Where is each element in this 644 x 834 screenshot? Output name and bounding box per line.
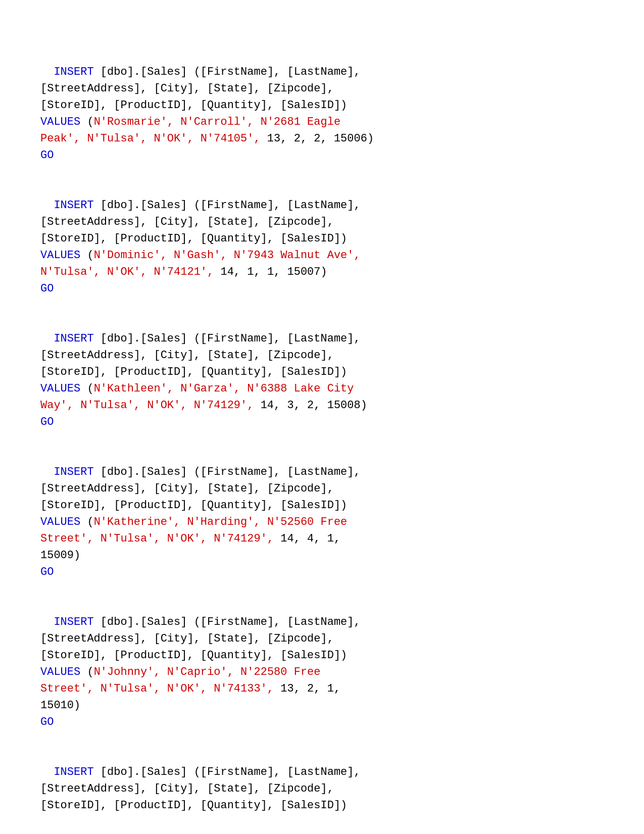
insert-kw-6: INSERT — [54, 766, 93, 778]
go-2: GO — [40, 280, 604, 297]
values-kw-3: VALUES — [40, 382, 80, 395]
insert-kw-3: INSERT — [54, 332, 93, 345]
stmt-2: INSERT [dbo].[Sales] ([FirstName], [Last… — [40, 199, 361, 278]
insert-kw-2: INSERT — [54, 199, 93, 212]
stmt-1: INSERT [dbo].[Sales] ([FirstName], [Last… — [40, 66, 374, 145]
values-kw-5: VALUES — [40, 666, 80, 678]
stmt-4: INSERT [dbo].[Sales] ([FirstName], [Last… — [40, 466, 361, 562]
values-kw-4: VALUES — [40, 516, 80, 528]
go-4: GO — [40, 564, 604, 580]
stmt-5: INSERT [dbo].[Sales] ([FirstName], [Last… — [40, 616, 361, 712]
go-1: GO — [40, 147, 604, 164]
stmt-6: INSERT [dbo].[Sales] ([FirstName], [Last… — [40, 766, 361, 812]
values-kw-1: VALUES — [40, 116, 80, 128]
sql-code-block: INSERT [dbo].[Sales] ([FirstName], [Last… — [40, 30, 604, 814]
insert-kw-5: INSERT — [54, 616, 93, 628]
go-5: GO — [40, 714, 604, 730]
go-3: GO — [40, 414, 604, 430]
insert-kw-4: INSERT — [54, 466, 93, 478]
stmt-3: INSERT [dbo].[Sales] ([FirstName], [Last… — [40, 332, 367, 412]
insert-kw-1: INSERT — [54, 66, 93, 78]
values-kw-2: VALUES — [40, 249, 80, 262]
